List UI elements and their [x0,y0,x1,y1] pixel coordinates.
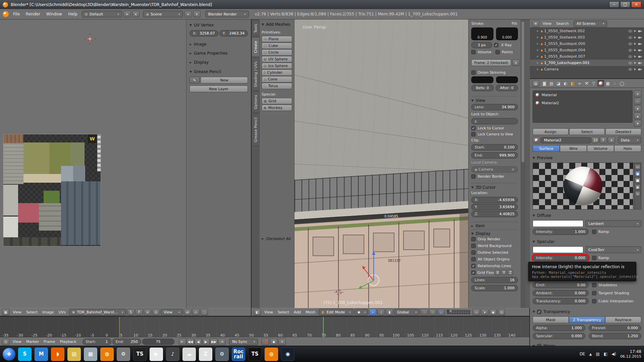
particles-tab-icon[interactable]: ∴ [611,80,618,87]
stroke-color-swatch[interactable]: 0.900 [471,27,493,40]
grease-pencil-panel-header[interactable]: ▼Grease Pencil [190,69,248,75]
visibility-eye-icon[interactable] [628,36,632,39]
remove-slot-button[interactable]: − [634,98,641,105]
world-tab-icon[interactable]: ◐ [562,80,569,87]
translucency-slider[interactable]: Translucency:0.000 [533,298,589,304]
taskbar-icon[interactable]: ◍ [265,348,278,361]
onion-after-color[interactable] [496,76,518,83]
grease-new-button[interactable]: New [201,77,248,83]
display-panel-header[interactable]: ▼Display [471,229,518,235]
visibility-eye-icon[interactable] [628,43,632,45]
taskbar-icon[interactable]: M [35,348,48,361]
scene-dropdown[interactable]: ◪Scene [143,11,183,17]
fresnel-slider[interactable]: Fresnel:0.000 [589,325,641,331]
cubic-interpolation-checkbox[interactable] [592,299,596,303]
editor-type-icon[interactable]: ▤ [532,80,539,87]
object-data-tab-icon[interactable]: ▽ [590,80,597,87]
menu-item[interactable]: UVs [56,310,68,314]
alpha-slider[interactable]: Alpha:1.000 [533,325,585,331]
editor-type-icon[interactable]: ≡ [532,20,539,27]
preview-sphere-icon[interactable]: ● [635,171,641,176]
editor-type-icon[interactable]: ◷ [2,339,9,345]
tangent-shading-checkbox[interactable] [592,291,596,295]
uv-canvas[interactable]: W [0,19,187,308]
layers-grid[interactable] [447,310,470,314]
cursor-coord-field[interactable]: X:-4.65936 [471,197,518,203]
current-frame-field[interactable]: 75 [142,339,174,345]
play-reverse-button[interactable]: ◀ [195,339,202,345]
material-type-tab[interactable]: Surface [533,145,560,152]
add-slot-button[interactable]: + [634,90,641,97]
expand-icon[interactable]: + [536,48,539,52]
menu-item[interactable]: Playback [57,340,78,344]
jump-to-start-button[interactable]: ⇤ [179,339,186,345]
diffuse-color-swatch[interactable] [533,220,583,227]
specular-shader-dropdown[interactable]: CookTorr [585,246,641,253]
snap-mode-dropdown[interactable]: ▾ [481,309,488,315]
visibility-eye-icon[interactable] [628,49,632,52]
object-tab-icon[interactable]: ◧ [569,80,576,87]
diffuse-panel-header[interactable]: ▼Diffuse [533,213,641,219]
view-panel-header[interactable]: ▼View [471,96,518,102]
viewport-shading-dropdown[interactable]: ● [355,309,368,315]
points-checkbox[interactable] [495,50,500,54]
taskbar-icon[interactable]: ☁ [182,348,196,361]
snap-icon[interactable]: ∩ [192,309,200,315]
orientation-dropdown[interactable]: Global [394,309,420,315]
tray-display-icon[interactable]: ▤ [596,352,599,356]
pin-icon[interactable]: ⊙ [152,309,160,315]
assign-button[interactable]: Assign [533,128,569,135]
taskbar-icon[interactable]: TS [133,348,147,361]
specular-panel-header[interactable]: ▼Specular [533,239,641,245]
scene-tab-icon[interactable]: ◪ [555,80,562,87]
grid-y-toggle[interactable]: Y [501,270,506,275]
transparency-checkbox[interactable] [537,310,541,314]
preview-monkey-icon[interactable]: ◉ [635,184,641,190]
modifiers-tab-icon[interactable]: ⚒ [583,80,590,87]
add-primitive-button[interactable]: ◍UV Sphere [262,56,292,62]
mode-dropdown[interactable]: ◧Edit Mode [319,309,354,315]
menu-item[interactable]: View [262,310,275,314]
grid-z-toggle[interactable]: Z [507,270,513,275]
renderability-camera-icon[interactable] [638,43,642,45]
blend-slider[interactable]: Blend:1.250 [589,333,641,339]
cursor-coord-field[interactable]: Z:4.40825 [471,211,518,217]
grid-x-toggle[interactable]: X [495,270,500,275]
thickness-field[interactable]: 3 px [471,42,492,48]
volume-checkbox[interactable] [471,50,476,54]
clock[interactable]: 17:48 06.12.2015 [620,349,641,359]
taskbar-icon[interactable]: ◍ [100,348,114,361]
specular-intensity-slider[interactable]: Intensity:0.000 [533,255,589,261]
menu-item[interactable]: Select [24,310,40,314]
image-users-button[interactable]: 5 [127,309,135,315]
lens-field[interactable]: Lens:34.900 [471,104,518,110]
visibility-eye-icon[interactable] [628,55,632,58]
visibility-eye-icon[interactable] [628,62,632,64]
manipulator-translate-icon[interactable]: + [421,309,428,315]
menu-item[interactable]: Render [23,11,43,17]
render-tab-icon[interactable]: ◙ [541,80,548,87]
expand-icon[interactable]: + [536,55,539,58]
taskbar-icon[interactable]: Roc rail [232,348,245,361]
specular-color-swatch[interactable] [533,246,583,253]
insert-keyframe-icon[interactable]: + [278,339,286,345]
display-checkbox[interactable] [471,244,476,248]
slot-move-down-button[interactable]: ▾ [634,120,641,127]
outliner-item[interactable]: + ▲ 1_0550_Stellwerk.003 [530,34,644,41]
frame-lock-button[interactable]: Frame: 2 (Unlocked) [471,59,511,66]
preview-hair-icon[interactable]: ∿ [635,191,640,196]
ambient-slider[interactable]: Ambient:0.000 [533,290,589,296]
select-button[interactable]: Select [569,128,605,135]
vertex-select-button[interactable]: • [369,309,376,315]
add-special-button[interactable]: ▦Grid [262,98,292,104]
after-frames-field[interactable]: After: 0 [496,85,518,91]
viewport-3d[interactable]: User Persp 0.04585 3B1337 (75) 1_700_Lok… [294,19,468,308]
taskbar-icon[interactable]: TS [248,348,262,361]
tool-tab[interactable]: Grease Pencil [252,114,260,146]
blender-menu-icon[interactable] [3,11,9,17]
renderability-camera-icon[interactable] [638,62,642,64]
outliner-item[interactable]: + ▲ 1_0555_Busdepot.000 [530,41,644,47]
preview-panel-header[interactable]: ▼Preview [533,155,641,161]
expand-icon[interactable]: + [536,67,539,71]
specular-ramp-checkbox[interactable] [592,256,596,260]
